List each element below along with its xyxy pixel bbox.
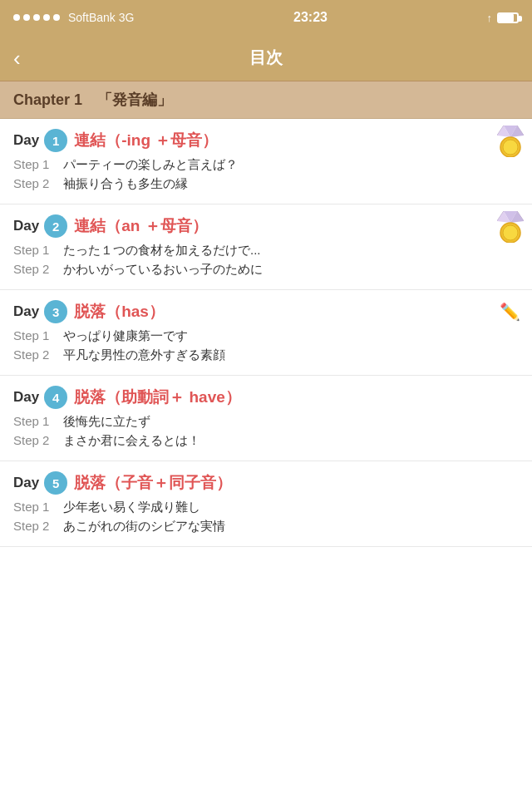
day-label: Day (13, 475, 39, 491)
day-title: 脱落（has） (74, 301, 165, 323)
day-item[interactable]: Day1連結（-ing ＋母音）Step 1パーティーの楽しみと言えば？Step… (0, 119, 532, 204)
status-bar-left: SoftBank 3G (13, 11, 135, 24)
step-row: Step 1やっぱり健康第一です (13, 328, 519, 344)
step-text: あこがれの街のシビアな実情 (63, 519, 519, 534)
day-title: 脱落（子音＋同子音） (74, 472, 232, 494)
step-text: 袖振り合うも多生の縁 (63, 176, 519, 192)
day-item[interactable]: ✏️Day3脱落（has）Step 1やっぱり健康第一ですStep 2平凡な男性… (0, 290, 532, 376)
day-item[interactable]: Day5脱落（子音＋同子音）Step 1少年老い易く学成り難しStep 2あこが… (0, 461, 532, 547)
step-row: Step 2平凡な男性の意外すぎる素顔 (13, 347, 519, 363)
step-text: まさか君に会えるとは！ (63, 433, 519, 449)
nav-bar: ‹ 目次 (0, 35, 532, 81)
day-header: Day4脱落（助動詞＋ have） (13, 386, 519, 409)
day-number: 5 (44, 471, 67, 495)
day-header: Day5脱落（子音＋同子音） (13, 471, 519, 495)
day-number: 4 (44, 386, 67, 409)
step-row: Step 1後悔先に立たず (13, 414, 519, 430)
status-bar-right: ↑ (487, 12, 520, 24)
step-label: Step 1 (13, 157, 63, 171)
carrier-label: SoftBank (68, 11, 116, 24)
day-title: 脱落（助動詞＋ have） (74, 387, 241, 408)
day-label: Day (13, 132, 39, 149)
chapter-label: Chapter 1 (13, 91, 97, 108)
signal-dot (13, 14, 20, 21)
step-label: Step 1 (13, 414, 63, 428)
step-row: Step 2まさか君に会えるとは！ (13, 433, 519, 449)
pencil-icon: ✏️ (500, 302, 520, 322)
status-bar: SoftBank 3G 23:23 ↑ (0, 0, 532, 35)
step-label: Step 2 (13, 433, 63, 447)
signal-dot (23, 14, 30, 21)
step-text: かわいがっているおいっ子のために (63, 262, 519, 278)
step-text: やっぱり健康第一です (63, 328, 519, 344)
step-label: Step 2 (13, 519, 63, 533)
step-text: パーティーの楽しみと言えば？ (63, 157, 519, 173)
day-number: 2 (44, 214, 67, 238)
time-label: 23:23 (293, 10, 328, 25)
day-label: Day (13, 389, 39, 406)
svg-point-11 (503, 225, 518, 240)
step-label: Step 2 (13, 176, 63, 190)
step-row: Step 1たった１つの食材を加えるだけで... (13, 243, 519, 259)
chapter-title: 「発音編」 (97, 91, 172, 108)
step-label: Step 1 (13, 243, 63, 257)
day-header: Day3脱落（has） (13, 300, 519, 323)
step-text: 後悔先に立たず (63, 414, 519, 430)
step-row: Step 2かわいがっているおいっ子のために (13, 262, 519, 278)
day-item[interactable]: Day4脱落（助動詞＋ have）Step 1後悔先に立たずStep 2まさか君… (0, 376, 532, 461)
chapter-header: Chapter 1 「発音編」 (0, 81, 532, 119)
medal-icon (497, 211, 524, 246)
step-row: Step 1パーティーの楽しみと言えば？ (13, 157, 519, 173)
step-label: Step 1 (13, 328, 63, 342)
day-number: 1 (44, 129, 67, 152)
day-title: 連結（an ＋母音） (74, 215, 207, 237)
medal-icon (497, 126, 524, 160)
step-label: Step 2 (13, 347, 63, 362)
step-row: Step 2袖振り合うも多生の縁 (13, 176, 519, 192)
nav-title: 目次 (249, 47, 283, 69)
back-button[interactable]: ‹ (13, 47, 21, 69)
day-title: 連結（-ing ＋母音） (74, 130, 218, 151)
days-list: Day1連結（-ing ＋母音）Step 1パーティーの楽しみと言えば？Step… (0, 119, 532, 547)
signal-dot (53, 14, 60, 21)
step-label: Step 1 (13, 500, 63, 514)
step-text: 少年老い易く学成り難し (63, 500, 519, 515)
day-label: Day (13, 303, 39, 320)
step-text: 平凡な男性の意外すぎる素顔 (63, 347, 519, 363)
signal-dot (33, 14, 40, 21)
step-text: たった１つの食材を加えるだけで... (63, 243, 519, 259)
step-row: Step 2あこがれの街のシビアな実情 (13, 519, 519, 534)
day-header: Day2連結（an ＋母音） (13, 214, 519, 238)
day-item[interactable]: Day2連結（an ＋母音）Step 1たった１つの食材を加えるだけで...St… (0, 204, 532, 290)
signal-dot (43, 14, 50, 21)
svg-point-5 (503, 140, 518, 155)
battery-icon (497, 12, 519, 23)
location-icon: ↑ (487, 12, 493, 24)
network-label: 3G (119, 11, 135, 24)
step-label: Step 2 (13, 262, 63, 276)
day-number: 3 (44, 300, 67, 323)
day-label: Day (13, 218, 39, 234)
day-header: Day1連結（-ing ＋母音） (13, 129, 519, 152)
step-row: Step 1少年老い易く学成り難し (13, 500, 519, 515)
